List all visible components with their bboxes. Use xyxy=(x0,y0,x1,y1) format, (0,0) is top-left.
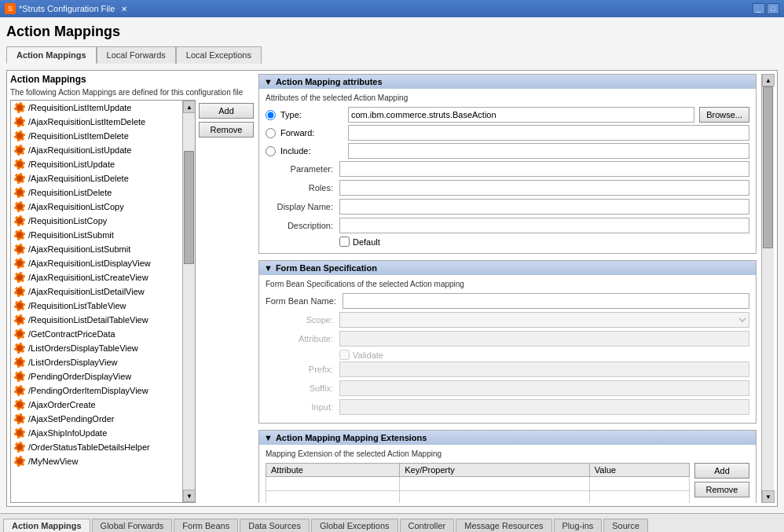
parameter-row: Parameter: xyxy=(266,161,749,177)
bottom-tab-global-forwards[interactable]: Global Forwards xyxy=(92,519,173,532)
tab-action-mappings[interactable]: Action Mappings xyxy=(6,46,97,64)
scroll-down-arrow[interactable]: ▼ xyxy=(183,490,196,502)
list-item-label: /MyNewView xyxy=(28,457,78,466)
list-item-label: /AjaxRequisitionListDetailView xyxy=(28,287,145,296)
collapse-icon: ▼ xyxy=(264,77,273,86)
list-item[interactable]: /AjaxRequisitionListItemDelete xyxy=(11,115,182,129)
list-item[interactable]: /RequisitionListUpdate xyxy=(11,157,182,171)
list-item[interactable]: /MyNewView xyxy=(11,454,182,468)
bottom-tab-action-mappings[interactable]: Action Mappings xyxy=(3,519,90,532)
section-content-extensions: Mapping Extension of the selected Action… xyxy=(259,445,756,503)
gear-icon xyxy=(14,201,25,212)
list-item-label: /RequisitionListDetailTableView xyxy=(28,315,148,325)
list-item-label: /RequisitionListCopy xyxy=(28,216,107,226)
tab-local-forwards[interactable]: Local Forwards xyxy=(97,46,176,64)
include-radio-row: Include: xyxy=(266,143,749,159)
remove-extension-button[interactable]: Remove xyxy=(694,482,749,497)
forward-radio[interactable] xyxy=(266,128,276,138)
include-input[interactable] xyxy=(348,143,749,159)
add-mapping-button[interactable]: Add xyxy=(199,103,254,119)
include-radio-label: Include: xyxy=(280,146,343,156)
type-radio-row: Type: Browse... xyxy=(266,107,749,123)
right-scrollbar[interactable]: ▲ ▼ xyxy=(761,74,774,503)
attribute-input xyxy=(339,331,749,347)
list-item[interactable]: /RequisitionListDelete xyxy=(11,185,182,200)
bottom-tab-message-resources[interactable]: Message Resources xyxy=(456,519,551,532)
list-item[interactable]: /AjaxRequisitionListSubmit xyxy=(11,242,182,256)
scope-select[interactable] xyxy=(339,312,749,328)
minimize-button[interactable]: _ xyxy=(753,3,765,14)
list-item[interactable]: /RequisitionListTableView xyxy=(11,299,182,313)
form-bean-name-label: Form Bean Name: xyxy=(266,296,339,306)
list-item[interactable]: /AjaxRequisitionListDelete xyxy=(11,171,182,185)
tab-local-exceptions[interactable]: Local Exceptions xyxy=(176,46,262,64)
remove-mapping-button[interactable]: Remove xyxy=(199,122,254,138)
left-panel: Action Mappings The following Action Map… xyxy=(10,74,254,503)
type-input[interactable] xyxy=(348,107,694,123)
gear-icon xyxy=(14,300,25,311)
content-area: Action Mappings The following Action Map… xyxy=(6,70,778,507)
list-item[interactable]: /AjaxRequisitionListDisplayView xyxy=(11,256,182,270)
form-bean-name-input[interactable] xyxy=(343,293,749,309)
right-scroll-down[interactable]: ▼ xyxy=(762,490,775,503)
parameter-input[interactable] xyxy=(339,161,749,177)
extensions-table-container: Attribute Key/Property Value xyxy=(266,463,690,503)
window-title-left: S *Struts Configuration File ✕ xyxy=(5,3,127,14)
forward-input[interactable] xyxy=(348,125,749,141)
bottom-tab-form-beans[interactable]: Form Beans xyxy=(174,519,238,532)
section-header-extensions[interactable]: ▼ Action Mapping Mapping Extensions xyxy=(259,431,756,445)
default-checkbox[interactable] xyxy=(339,237,350,247)
bottom-tab-source[interactable]: Source xyxy=(603,519,648,532)
browse-button[interactable]: Browse... xyxy=(699,107,749,123)
list-item[interactable]: /RequisitionListDetailTableView xyxy=(11,313,182,327)
list-item[interactable]: /RequisitionListSubmit xyxy=(11,228,182,242)
add-extension-button[interactable]: Add xyxy=(694,463,749,479)
scroll-up-arrow[interactable]: ▲ xyxy=(183,101,196,113)
roles-input[interactable] xyxy=(339,180,749,196)
bottom-tab-global-exceptions[interactable]: Global Exceptions xyxy=(311,519,398,532)
list-item[interactable]: /AjaxSetPendingOrder xyxy=(11,412,182,426)
list-item[interactable]: /PendingOrderItemDisplayView xyxy=(11,383,182,398)
bottom-tab-plug-ins[interactable]: Plug-ins xyxy=(554,519,603,532)
type-radio[interactable] xyxy=(266,110,276,120)
suffix-input xyxy=(339,380,749,396)
list-item[interactable]: /AjaxRequisitionListCopy xyxy=(11,200,182,214)
list-item[interactable]: /ListOrdersDisplayView xyxy=(11,355,182,369)
input-field xyxy=(339,399,749,415)
gear-icon xyxy=(14,159,25,170)
list-item[interactable]: /AjaxOrderCreate xyxy=(11,398,182,412)
forward-radio-label: Forward: xyxy=(280,128,343,138)
list-item[interactable]: /PendingOrderDisplayView xyxy=(11,369,182,383)
description-input[interactable] xyxy=(339,218,749,233)
list-item-label: /AjaxRequisitionListUpdate xyxy=(28,145,131,155)
bottom-tab-controller[interactable]: Controller xyxy=(400,519,455,532)
display-name-input[interactable] xyxy=(339,199,749,215)
right-scroll-up[interactable]: ▲ xyxy=(762,74,775,86)
page-title: Action Mappings xyxy=(6,24,778,40)
bottom-tab-data-sources[interactable]: Data Sources xyxy=(240,519,310,532)
default-label: Default xyxy=(353,237,380,247)
include-radio[interactable] xyxy=(266,146,276,156)
section-title-form-bean: Form Bean Specification xyxy=(276,263,377,273)
list-item[interactable]: /AjaxShipInfoUpdate xyxy=(11,426,182,440)
list-item[interactable]: /AjaxRequisitionListUpdate xyxy=(11,143,182,157)
attribute-label: Attribute: xyxy=(266,334,336,343)
list-scroll-area[interactable]: /RequisitionListItemUpdate/AjaxRequisiti… xyxy=(11,101,182,502)
close-tab-icon[interactable]: ✕ xyxy=(121,5,127,13)
list-item[interactable]: /AjaxRequisitionListDetailView xyxy=(11,284,182,299)
list-item[interactable]: /RequisitionListItemUpdate xyxy=(11,101,182,115)
section-header-attributes[interactable]: ▼ Action Mapping attributes xyxy=(259,75,756,89)
list-item-label: /RequisitionListSubmit xyxy=(28,230,114,240)
list-item[interactable]: /OrderStatusTableDetailsHelper xyxy=(11,440,182,454)
list-scrollbar[interactable]: ▲ ▼ xyxy=(182,101,195,502)
list-item[interactable]: /RequisitionListCopy xyxy=(11,214,182,228)
list-item[interactable]: /AjaxRequisitionListCreateView xyxy=(11,270,182,284)
section-header-form-bean[interactable]: ▼ Form Bean Specification xyxy=(259,261,756,275)
list-item[interactable]: /GetContractPriceData xyxy=(11,327,182,341)
list-item[interactable]: /ListOrdersDisplayTableView xyxy=(11,341,182,355)
main-container: Action Mappings Action Mappings Local Fo… xyxy=(0,17,784,513)
maximize-button[interactable]: □ xyxy=(767,3,779,14)
list-item[interactable]: /RequisitionListItemDelete xyxy=(11,129,182,143)
validate-checkbox[interactable] xyxy=(339,350,350,360)
gear-icon xyxy=(14,102,25,113)
